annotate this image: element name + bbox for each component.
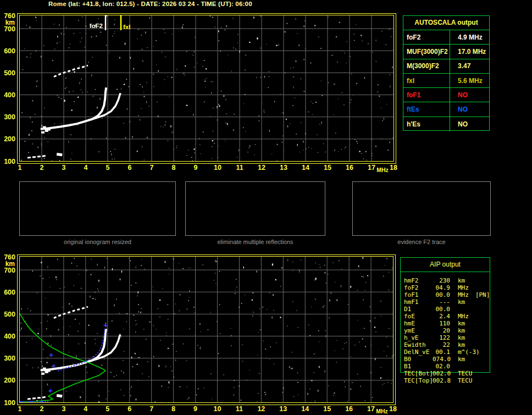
x-tick-label: 15 bbox=[323, 405, 331, 413]
autoscala-output-table: AUTOSCALA output foF24.9 MHzMUF(3000)F21… bbox=[403, 15, 490, 131]
axis-labels: 760700600500400300200100km12345678910111… bbox=[4, 12, 397, 174]
aip-u: km bbox=[458, 320, 465, 327]
x-tick-label: 3 bbox=[62, 405, 65, 413]
x-tick-label: 14 bbox=[301, 405, 309, 413]
aip-row-hmE: hmE110km bbox=[404, 320, 530, 327]
parameter-value: 4.9 MHz bbox=[450, 34, 483, 41]
x-tick-label: 6 bbox=[128, 405, 131, 413]
autoscala-row-h'Es: h'EsNO bbox=[403, 117, 489, 131]
aip-v: 002.0 bbox=[433, 370, 450, 377]
x-tick-label: 8 bbox=[171, 405, 175, 413]
grid-lines bbox=[20, 15, 394, 161]
x-tick-label: 2 bbox=[40, 164, 44, 171]
aip-l: B0 bbox=[404, 356, 433, 363]
aip-row-B1: B102.0 bbox=[404, 363, 530, 370]
parameter-label: M(3000)F2 bbox=[403, 59, 450, 73]
autoscala-table-rows: foF24.9 MHzMUF(3000)F217.0 MHzM(3000)F23… bbox=[403, 30, 489, 131]
thumbnail-panel-3 bbox=[352, 181, 491, 236]
aip-l: foE bbox=[404, 313, 433, 320]
aip-row-foE: foE2.4MHz bbox=[404, 313, 530, 320]
parameter-label: MUF(3000)F2 bbox=[403, 45, 450, 58]
aip-table-title: AIP output bbox=[400, 261, 490, 268]
autoscala-row-foF1: foF1NO bbox=[403, 88, 489, 102]
parameter-value: 5.6 MHz bbox=[450, 77, 483, 85]
aip-v: 00.1 bbox=[433, 348, 450, 356]
y-tick-label: 200 bbox=[4, 135, 15, 143]
x-tick-label: 18 bbox=[390, 164, 397, 171]
x-tick-label: 10 bbox=[214, 164, 221, 171]
parameter-value: NO bbox=[450, 106, 468, 113]
x-tick-label: 12 bbox=[257, 405, 265, 413]
aip-l: D1 bbox=[404, 306, 433, 313]
x-tick-label: 17 bbox=[367, 405, 375, 413]
aip-u: MHz bbox=[458, 313, 469, 320]
parameter-value: NO bbox=[450, 120, 468, 128]
y-tick-label: 600 bbox=[4, 47, 15, 55]
aip-row-foF2: foF204.9MHz bbox=[404, 284, 530, 291]
aip-row-TEC[Bot]: TEC[Bot]002.0TECU bbox=[404, 370, 530, 377]
scaled-frequency-markers: foF2fxI bbox=[90, 15, 131, 30]
x-tick-label: 11 bbox=[236, 164, 243, 171]
x-tick-label: 7 bbox=[150, 164, 154, 171]
thumbnail-panel-1 bbox=[19, 181, 176, 236]
x-tick-label: 8 bbox=[172, 164, 176, 171]
aip-v: 00.0 bbox=[433, 291, 450, 298]
aip-u: km bbox=[458, 334, 465, 341]
x-tick-label: 1 bbox=[18, 164, 22, 171]
thumbnail-panel-2 bbox=[185, 181, 325, 236]
aip-l: hmF1 bbox=[404, 298, 433, 306]
parameter-value: NO bbox=[450, 91, 468, 99]
aip-l: foF2 bbox=[404, 284, 433, 291]
aip-v: 00.0 bbox=[433, 306, 450, 313]
x-axis-unit: MHz bbox=[376, 167, 389, 173]
aip-row-h_vE: h_vE122km bbox=[404, 334, 530, 341]
y-tick-label: 400 bbox=[4, 91, 15, 99]
x-tick-label: 2 bbox=[40, 405, 43, 413]
y-tick-label: 100 bbox=[4, 399, 15, 407]
y-tick-label: 400 bbox=[4, 333, 15, 340]
parameter-label: foF2 bbox=[403, 30, 450, 44]
y-axis-unit: km bbox=[5, 260, 15, 268]
aip-row-foF1: foF100.0MHz[PN] bbox=[404, 291, 530, 298]
aip-l: hmF2 bbox=[404, 277, 433, 284]
parameter-label: ftEs bbox=[403, 102, 450, 116]
aip-row-B0: B0074.0km bbox=[404, 356, 530, 363]
thumbnail-caption-3: evidence F2 trace bbox=[397, 239, 445, 245]
noise-speckle bbox=[20, 257, 394, 403]
x-tick-label: 13 bbox=[279, 405, 287, 413]
aip-table-rows: hmF2230kmfoF204.9MHzfoF100.0MHz[PN]hmF1-… bbox=[404, 277, 530, 384]
y-tick-label: 100 bbox=[4, 158, 15, 165]
y-tick-label: 500 bbox=[4, 69, 15, 77]
aip-u: km bbox=[458, 341, 465, 348]
x-tick-label: 3 bbox=[62, 164, 66, 171]
autoscala-row-MUF(3000)F2: MUF(3000)F217.0 MHz bbox=[403, 45, 489, 59]
aip-header-divider bbox=[400, 272, 490, 272]
aip-l: DelN_vE bbox=[404, 348, 433, 356]
x-tick-label: 13 bbox=[280, 164, 287, 171]
x-tick-label: 11 bbox=[236, 405, 243, 413]
parameter-label: h'Es bbox=[403, 117, 450, 131]
foF2-marker-label: foF2 bbox=[90, 23, 103, 29]
aip-v: 074.0 bbox=[433, 356, 450, 363]
aip-row-D1: D100.0 bbox=[404, 306, 530, 313]
top-ionogram-plot: foF2fxI760700600500400300200100km1234567… bbox=[4, 12, 397, 174]
aip-v: 2.4 bbox=[433, 313, 450, 320]
aip-l: Ewidth bbox=[404, 341, 433, 348]
y-tick-label: 300 bbox=[4, 355, 15, 362]
aip-n: [PN] bbox=[475, 291, 490, 298]
x-tick-label: 4 bbox=[84, 405, 87, 413]
aip-row-hmF1: hmF1---km bbox=[404, 298, 530, 306]
aip-v: 002.8 bbox=[433, 377, 450, 384]
x-tick-label: 9 bbox=[193, 405, 197, 413]
x-axis-unit: MHz bbox=[376, 408, 388, 414]
parameter-label: fxI bbox=[403, 74, 450, 87]
parameter-value: 3.47 bbox=[450, 62, 470, 70]
y-axis-unit: km bbox=[5, 19, 15, 26]
x-tick-label: 9 bbox=[194, 164, 198, 171]
y-tick-label: 500 bbox=[4, 311, 15, 318]
aip-l: ymE bbox=[404, 327, 433, 334]
x-tick-label: 10 bbox=[214, 405, 221, 413]
autoscala-row-M(3000)F2: M(3000)F23.47 bbox=[403, 59, 489, 74]
aip-u: MHz bbox=[458, 284, 469, 291]
plot-frame bbox=[18, 14, 396, 164]
